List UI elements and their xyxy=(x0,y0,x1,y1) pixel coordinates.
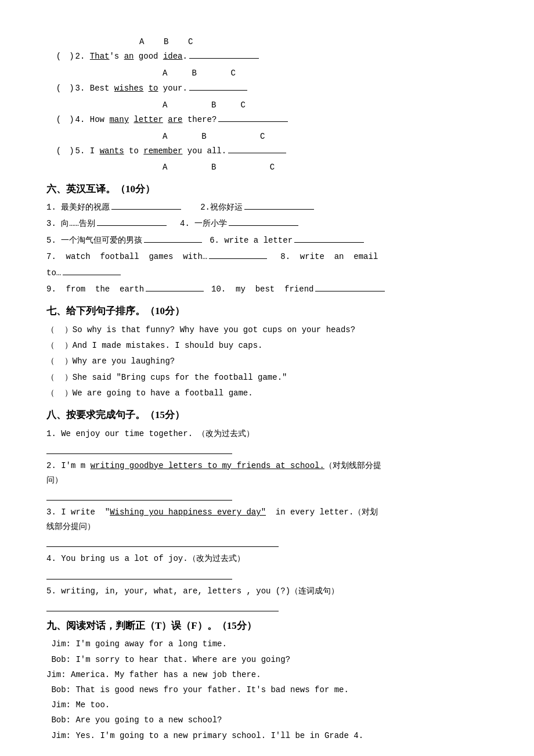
section-7: 七、给下列句子排序。（10分） （ ）So why is that funny?… xyxy=(46,303,488,401)
s8-item1: 1. We enjoy our time together. （改为过去式） xyxy=(46,427,488,454)
q5-row: ( ) 5. I wants to remember you all. xyxy=(46,144,488,159)
q5-blank xyxy=(228,144,286,153)
s6-row4b: to… xyxy=(46,266,488,280)
s8-answer5 xyxy=(46,601,279,611)
q3-block: A B C ( ) 3. Best wishes to your. xyxy=(46,66,488,95)
s6-row1: 1. 最美好的祝愿 2.祝你好运 xyxy=(46,200,488,215)
s6-blank8 xyxy=(63,266,121,275)
s6-blank7 xyxy=(209,250,267,259)
s6-blank3 xyxy=(97,217,167,226)
s6-blank2 xyxy=(244,200,314,210)
section-9: 九、阅读对话，判断正（T）误（F）。（15分） Jim: I'm going a… xyxy=(46,617,488,743)
section-7-title: 七、给下列句子排序。（10分） xyxy=(46,303,488,321)
section-8-title: 八、按要求完成句子。（15分） xyxy=(46,406,488,424)
section-6: 六、英汉互译。（10分） 1. 最美好的祝愿 2.祝你好运 3. 向……告别 4… xyxy=(46,181,488,297)
q3-row: ( ) 3. Best wishes to your. xyxy=(46,81,488,96)
q4-row: ( ) 4. How many letter are there? xyxy=(46,113,488,127)
s7-item2: （ ）And I made mistakes. I should buy cap… xyxy=(46,339,488,353)
dialogue-line3: Jim: America. My father has a new job th… xyxy=(46,668,488,682)
s7-item1: （ ）So why is that funny? Why have you go… xyxy=(46,323,488,337)
s8-item2: 2. I'm m writing goodbye letters to my f… xyxy=(46,459,488,501)
section-5-items: A B C ( ) 2. That's an good idea. A B C … xyxy=(46,35,488,175)
s6-blank4 xyxy=(229,217,298,226)
dialogue-block: Jim: I'm going away for a long time. Bob… xyxy=(46,637,488,743)
s6-row2: 3. 向……告别 4. 一所小学 xyxy=(46,217,488,231)
s7-item5: （ ）We are going to have a football game. xyxy=(46,386,488,401)
q5-block: A B C ( ) 5. I wants to remember you all… xyxy=(46,129,488,175)
s7-item4: （ ）She said "Bring cups for the football… xyxy=(46,370,488,385)
dialogue-line1: Jim: I'm going away for a long time. xyxy=(46,637,488,651)
q2-row: ( ) 2. That's an good idea. xyxy=(46,49,488,64)
dialogue-line4: Bob: That is good news fro your father. … xyxy=(46,683,488,697)
q2-abc-above: A B C xyxy=(139,35,488,49)
dialogue-line6: Bob: Are you going to a new school? xyxy=(46,713,488,728)
s8-answer1 xyxy=(46,444,232,454)
s8-item5: 5. writing, in, your, what, are, letters… xyxy=(46,584,488,611)
dialogue-line7: Jim: Yes. I'm going to a new primary sch… xyxy=(46,729,488,743)
q5-abc-above: A B C xyxy=(163,129,488,144)
s8-answer3 xyxy=(46,537,279,547)
s6-row5: 9. from the earth 10. my best friend xyxy=(46,282,488,297)
q3-abc-above: A B C xyxy=(163,66,488,81)
q2-blank xyxy=(189,49,259,59)
s6-blank1 xyxy=(111,200,181,210)
s6-blank6 xyxy=(294,233,364,243)
section-8: 八、按要求完成句子。（15分） 1. We enjoy our time tog… xyxy=(46,406,488,611)
q4-block: A B C ( ) 4. How many letter are there? xyxy=(46,98,488,127)
section-6-title: 六、英汉互译。（10分） xyxy=(46,181,488,199)
q5-abc-below: A B C xyxy=(163,160,488,175)
q2-block: A B C ( ) 2. That's an good idea. xyxy=(46,35,488,64)
s8-answer2 xyxy=(46,490,232,501)
s6-blank9 xyxy=(146,282,204,291)
q3-blank xyxy=(189,81,247,91)
dialogue-line5: Jim: Me too. xyxy=(46,698,488,712)
s8-answer4 xyxy=(46,569,232,579)
q4-blank xyxy=(218,113,288,122)
s6-row4: 7. watch football games with… 8. write a… xyxy=(46,250,488,264)
s7-item3: （ ）Why are you laughing? xyxy=(46,354,488,369)
s6-blank10 xyxy=(315,282,385,291)
s8-item3: 3. I write "Wishing you happiness every … xyxy=(46,505,488,547)
q4-abc-above: A B C xyxy=(163,98,488,113)
s6-blank5 xyxy=(144,233,202,243)
section-9-title: 九、阅读对话，判断正（T）误（F）。（15分） xyxy=(46,617,488,635)
s6-row3: 5. 一个淘气但可爱的男孩 6. write a letter xyxy=(46,233,488,248)
s8-item4: 4. You bring us a lot of joy.（改为过去式） xyxy=(46,552,488,579)
dialogue-line2: Bob: I'm sorry to hear that. Where are y… xyxy=(46,653,488,667)
